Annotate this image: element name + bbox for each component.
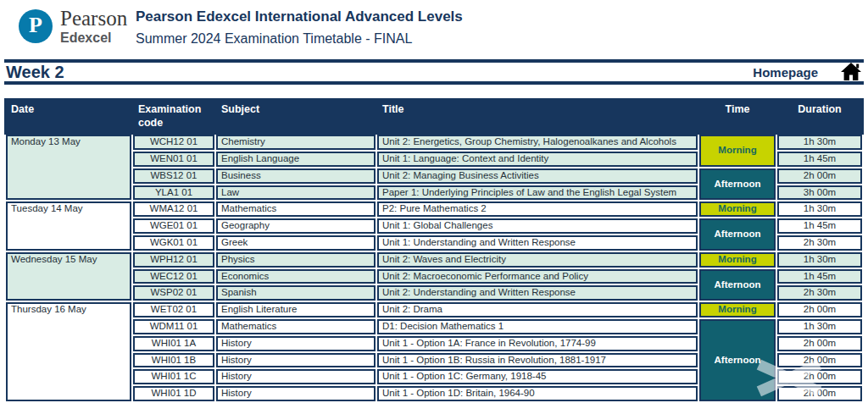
date-cell: Tuesday 14 May [6, 202, 131, 250]
page-subtitle: Summer 2024 Examination Timetable - FINA… [136, 31, 463, 47]
homepage-label[interactable]: Homepage [753, 65, 818, 80]
col-header-date: Date [6, 100, 131, 133]
duration-cell: 2h 00m [777, 336, 862, 351]
subject-cell: Chemistry [216, 135, 376, 150]
duration-cell: 2h 00m [777, 369, 862, 384]
time-afternoon-cell: Afternoon [699, 319, 776, 401]
exam-title-cell: Unit 1 - Option 1D: Britain, 1964-90 [377, 386, 698, 401]
duration-cell: 1h 30m [777, 319, 862, 334]
table-row: Monday 13 MayWCH12 01ChemistryUnit 2: En… [6, 135, 862, 150]
date-cell: Wednesday 15 May [6, 252, 131, 301]
col-header-duration: Duration [777, 100, 862, 133]
subject-cell: Spanish [216, 285, 376, 301]
time-afternoon-cell: Afternoon [699, 218, 776, 251]
duration-cell: 1h 30m [777, 135, 862, 150]
pearson-edexcel-logo: P Pearson Edexcel [19, 8, 127, 46]
subject-cell: History [216, 386, 376, 401]
week-band: Week 2 Homepage [4, 59, 864, 85]
exam-code-cell: WHI01 1C [133, 369, 214, 384]
brand-name: Pearson [60, 8, 127, 30]
subject-cell: Greek [216, 235, 376, 251]
exam-code-cell: WGE01 01 [133, 218, 214, 234]
table-row: Tuesday 14 MayWMA12 01MathematicsP2: Pur… [6, 202, 862, 217]
exam-title-cell: Unit 2: Understanding and Written Respon… [377, 285, 698, 301]
duration-cell: 2h 00m [777, 168, 862, 184]
week-label: Week 2 [6, 63, 64, 82]
exam-code-cell: WCH12 01 [133, 135, 214, 150]
subject-cell: Business [216, 168, 376, 184]
exam-timetable: Date Examination code Subject Title Time… [4, 98, 864, 403]
exam-code-cell: WHI01 1D [133, 386, 214, 401]
table-row: WGE01 01GeographyUnit 1: Global Challeng… [6, 218, 862, 234]
exam-title-cell: Unit 1 - Option 1B: Russia in Revolution… [377, 353, 698, 368]
duration-cell: 1h 30m [777, 252, 862, 268]
table-row: WEC12 01EconomicsUnit 2: Macroeconomic P… [6, 269, 862, 284]
exam-title-cell: Unit 1 - Option 1C: Germany, 1918-45 [377, 369, 698, 384]
time-morning-cell: Morning [699, 302, 776, 317]
document-header: P Pearson Edexcel Pearson Edexcel Intern… [0, 0, 868, 52]
pearson-logo-letter: P [29, 14, 42, 36]
exam-code-cell: WDM11 01 [133, 319, 214, 334]
duration-cell: 1h 30m [777, 202, 862, 217]
time-morning-cell: Morning [699, 252, 776, 268]
duration-cell: 2h 00m [777, 353, 862, 368]
duration-cell: 1h 45m [777, 218, 862, 234]
subject-cell: History [216, 336, 376, 351]
subject-cell: Law [216, 185, 376, 201]
duration-cell: 2h 00m [777, 386, 862, 401]
subject-cell: Physics [216, 252, 376, 268]
date-cell: Thursday 16 May [6, 302, 131, 401]
exam-title-cell: Paper 1: Underlying Principles of Law an… [377, 185, 698, 201]
table-row: Wednesday 15 MayWPH12 01PhysicsUnit 2: W… [6, 252, 862, 268]
table-row: WBS12 01BusinessUnit 2: Managing Busines… [6, 168, 862, 184]
exam-code-cell: YLA1 01 [133, 185, 214, 201]
exam-code-cell: WSP02 01 [133, 285, 214, 301]
exam-code-cell: WMA12 01 [133, 202, 214, 217]
exam-title-cell: D1: Decision Mathematics 1 [377, 319, 698, 334]
duration-cell: 2h 30m [777, 235, 862, 251]
table-row: Thursday 16 MayWET02 01English Literatur… [6, 302, 862, 317]
time-morning-cell: Morning [699, 135, 776, 167]
exam-code-cell: WET02 01 [133, 302, 214, 317]
exam-code-cell: WHI01 1A [133, 336, 214, 351]
exam-title-cell: Unit 2: Waves and Electricity [377, 252, 698, 268]
time-afternoon-cell: Afternoon [699, 269, 776, 301]
exam-code-cell: WGK01 01 [133, 235, 214, 251]
exam-code-cell: WEC12 01 [133, 269, 214, 284]
exam-title-cell: Unit 2: Energetics, Group Chemistry, Hal… [377, 135, 698, 150]
time-morning-cell: Morning [699, 202, 776, 217]
exam-code-cell: WBS12 01 [133, 168, 214, 184]
duration-cell: 3h 00m [777, 185, 862, 201]
duration-cell: 2h 30m [777, 285, 862, 301]
col-header-subject: Subject [216, 100, 376, 133]
subject-cell: Economics [216, 269, 376, 284]
subject-cell: Mathematics [216, 319, 376, 334]
exam-title-cell: Unit 1: Language: Context and Identity [377, 152, 698, 167]
duration-cell: 1h 45m [777, 152, 862, 167]
brand-subname: Edexcel [60, 30, 127, 46]
col-header-title: Title [377, 100, 698, 133]
subject-cell: Mathematics [216, 202, 376, 217]
subject-cell: History [216, 353, 376, 368]
page-title: Pearson Edexcel International Advanced L… [136, 8, 463, 25]
exam-code-cell: WPH12 01 [133, 252, 214, 268]
table-header-row: Date Examination code Subject Title Time… [6, 100, 862, 133]
table-row: WDM11 01MathematicsD1: Decision Mathemat… [6, 319, 862, 334]
duration-cell: 2h 00m [777, 302, 862, 317]
exam-title-cell: P2: Pure Mathematics 2 [377, 202, 698, 217]
col-header-time: Time [699, 100, 776, 133]
exam-code-cell: WHI01 1B [133, 353, 214, 368]
date-cell: Monday 13 May [6, 135, 131, 200]
col-header-exam-code: Examination code [133, 100, 214, 133]
homepage-link[interactable]: Homepage [753, 62, 862, 82]
subject-cell: English Language [216, 152, 376, 167]
exam-title-cell: Unit 2: Macroeconomic Performance and Po… [377, 269, 698, 284]
exam-title-cell: Unit 2: Managing Business Activities [377, 168, 698, 184]
duration-cell: 1h 45m [777, 269, 862, 284]
exam-title-cell: Unit 1 - Option 1A: France in Revolution… [377, 336, 698, 351]
subject-cell: English Literature [216, 302, 376, 317]
subject-cell: Geography [216, 218, 376, 234]
home-icon[interactable] [840, 62, 862, 82]
exam-code-cell: WEN01 01 [133, 152, 214, 167]
timetable-body: Monday 13 MayWCH12 01ChemistryUnit 2: En… [6, 135, 862, 403]
